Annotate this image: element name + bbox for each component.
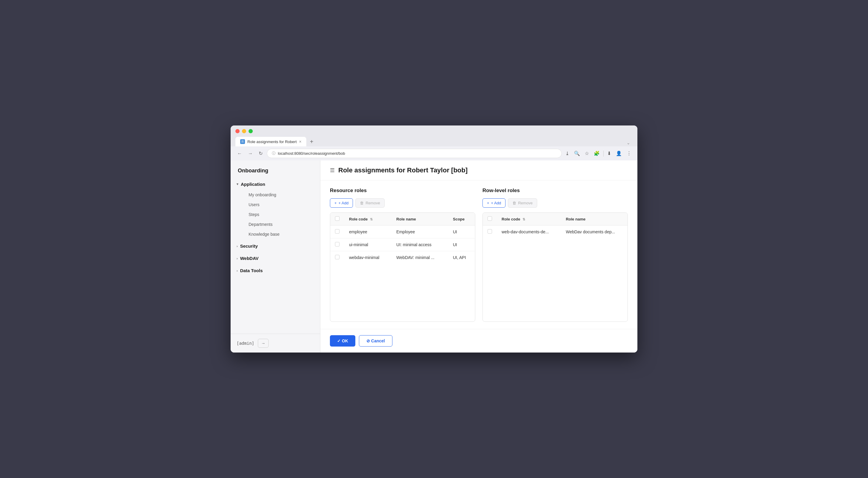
resource-roles-row-1-checkbox-cell bbox=[330, 238, 344, 251]
sidebar-item-knowledge-base[interactable]: Knowledge base bbox=[243, 230, 318, 239]
lock-icon: ⓘ bbox=[272, 151, 276, 156]
resource-roles-tbody: employee Employee UI ui-minimal UI: bbox=[330, 226, 475, 264]
trash-icon: 🗑 bbox=[360, 201, 364, 205]
resource-roles-row-2-name: WebDAV: minimal ... bbox=[392, 251, 448, 264]
row-level-roles-header-row: Role code ⇅ Role name bbox=[483, 213, 627, 226]
add-icon: + bbox=[334, 201, 337, 205]
resource-roles-row-0-code: employee bbox=[344, 226, 392, 238]
rl-row-0-checkbox[interactable] bbox=[488, 229, 492, 234]
resource-roles-row-2: webdav-minimal WebDAV: minimal ... UI, A… bbox=[330, 251, 475, 264]
resource-roles-title: Resource roles bbox=[330, 187, 475, 194]
row-level-roles-row-0-checkbox-cell bbox=[483, 226, 497, 238]
resource-roles-row-0-checkbox-cell bbox=[330, 226, 344, 238]
page-header: ☰ Role assignments for Robert Taylor [bo… bbox=[320, 161, 638, 180]
sidebar-section-webdav: › WebDAV bbox=[230, 253, 320, 264]
page-title: Role assignments for Robert Taylor [bob] bbox=[338, 166, 467, 174]
resource-roles-header-row: Role code ⇅ Role name Scope bbox=[330, 213, 475, 226]
resource-roles-add-button[interactable]: + + Add bbox=[330, 198, 353, 208]
chevron-right-icon: › bbox=[237, 244, 238, 248]
resource-roles-table-wrapper: Role code ⇅ Role name Scope bbox=[330, 212, 475, 322]
row-1-checkbox[interactable] bbox=[335, 242, 339, 246]
sidebar-section-header-data-tools[interactable]: › Data Tools bbox=[230, 265, 320, 276]
sidebar-section-application: ▾ Application My onboarding Users Steps … bbox=[230, 179, 320, 239]
sidebar: Onboarding ▾ Application My onboarding U… bbox=[230, 161, 320, 352]
resource-roles-remove-button[interactable]: 🗑 Remove bbox=[355, 198, 384, 208]
sidebar-item-my-onboarding[interactable]: My onboarding bbox=[243, 190, 318, 200]
address-bar[interactable]: ⓘ localhost:8080/sec/roleassignment/bob bbox=[267, 149, 562, 158]
sidebar-item-departments[interactable]: Departments bbox=[243, 219, 318, 229]
resource-roles-row-2-scope: UI, API bbox=[448, 251, 475, 264]
resource-roles-panel: Resource roles + + Add 🗑 Remove bbox=[330, 187, 475, 322]
add-icon-2: + bbox=[487, 201, 489, 205]
row-level-roles-remove-button[interactable]: 🗑 Remove bbox=[508, 198, 537, 208]
toolbar-actions: ⤓ 🔍 ☆ 🧩 ⬇ 👤 ⋮ bbox=[564, 149, 632, 158]
reload-button[interactable]: ↻ bbox=[257, 149, 265, 158]
bookmark-icon[interactable]: ☆ bbox=[584, 149, 590, 158]
resource-roles-row-1-code: ui-minimal bbox=[344, 238, 392, 251]
resource-roles-actions: + + Add 🗑 Remove bbox=[330, 198, 475, 208]
resource-roles-row-0-scope: UI bbox=[448, 226, 475, 238]
row-level-roles-tbody: web-dav-documents-de... WebDav documents… bbox=[483, 226, 627, 238]
tab-close-button[interactable]: × bbox=[299, 139, 302, 144]
chevron-right-icon-3: › bbox=[237, 269, 238, 272]
resource-roles-row-2-checkbox-cell bbox=[330, 251, 344, 264]
sidebar-section-header-webdav[interactable]: › WebDAV bbox=[230, 253, 320, 264]
zoom-icon[interactable]: 🔍 bbox=[573, 149, 581, 158]
row-level-roles-actions: + + Add 🗑 Remove bbox=[483, 198, 628, 208]
rl-select-all-checkbox[interactable] bbox=[488, 216, 492, 221]
tab-favicon: R bbox=[240, 139, 245, 144]
resource-roles-row-0: employee Employee UI bbox=[330, 226, 475, 238]
sidebar-item-steps[interactable]: Steps bbox=[243, 210, 318, 219]
row-2-checkbox[interactable] bbox=[335, 255, 339, 259]
sidebar-item-users[interactable]: Users bbox=[243, 200, 318, 209]
select-all-checkbox[interactable] bbox=[335, 216, 339, 221]
row-level-roles-col-role-code[interactable]: Role code ⇅ bbox=[497, 213, 561, 226]
tab-bar: R Role assignments for Robert × + ⌄ bbox=[236, 137, 632, 146]
browser-tab[interactable]: R Role assignments for Robert × bbox=[236, 137, 306, 146]
download-page-icon[interactable]: ⤓ bbox=[564, 149, 570, 158]
sidebar-footer: [admin] → bbox=[230, 334, 320, 352]
browser-toolbar: ← → ↻ ⓘ localhost:8080/sec/roleassignmen… bbox=[230, 146, 638, 161]
logout-button[interactable]: → bbox=[258, 339, 269, 348]
sidebar-section-label-security: Security bbox=[240, 243, 258, 248]
sidebar-section-label-data-tools: Data Tools bbox=[240, 268, 263, 273]
row-level-roles-row-0: web-dav-documents-de... WebDav documents… bbox=[483, 226, 627, 238]
sidebar-sub-items-application: My onboarding Users Steps Departments Kn… bbox=[230, 190, 320, 239]
row-level-roles-select-all-col bbox=[483, 213, 497, 226]
footer-actions: ✓ OK ⊘ Cancel bbox=[320, 329, 638, 352]
row-0-checkbox[interactable] bbox=[335, 229, 339, 234]
cancel-button[interactable]: ⊘ Cancel bbox=[359, 335, 393, 347]
back-button[interactable]: ← bbox=[236, 150, 244, 158]
close-dot[interactable] bbox=[236, 129, 240, 133]
resource-roles-col-role-code[interactable]: Role code ⇅ bbox=[344, 213, 392, 226]
profile-icon[interactable]: 👤 bbox=[615, 149, 623, 158]
resource-roles-row-1-scope: UI bbox=[448, 238, 475, 251]
save-icon[interactable]: ⬇ bbox=[606, 149, 612, 158]
extension-icon[interactable]: 🧩 bbox=[592, 149, 601, 158]
forward-button[interactable]: → bbox=[246, 150, 254, 158]
sort-icon: ⇅ bbox=[370, 217, 373, 221]
sidebar-section-header-security[interactable]: › Security bbox=[230, 240, 320, 251]
resource-roles-row-2-code: webdav-minimal bbox=[344, 251, 392, 264]
sidebar-title: Onboarding bbox=[230, 161, 320, 179]
sidebar-section-label-webdav: WebDAV bbox=[240, 256, 259, 261]
row-level-roles-title: Row-level roles bbox=[483, 187, 628, 194]
tab-expand-icon[interactable]: ⌄ bbox=[624, 139, 632, 146]
logout-icon: → bbox=[261, 341, 265, 346]
menu-icon[interactable]: ☰ bbox=[330, 167, 335, 174]
row-level-roles-add-button[interactable]: + + Add bbox=[483, 198, 505, 208]
row-level-roles-row-0-code: web-dav-documents-de... bbox=[497, 226, 561, 238]
roles-container: Resource roles + + Add 🗑 Remove bbox=[320, 180, 638, 329]
new-tab-button[interactable]: + bbox=[308, 137, 316, 146]
resource-roles-col-scope: Scope bbox=[448, 213, 475, 226]
divider bbox=[603, 150, 603, 157]
minimize-dot[interactable] bbox=[242, 129, 246, 133]
url-text: localhost:8080/sec/roleassignment/bob bbox=[278, 151, 345, 156]
maximize-dot[interactable] bbox=[249, 129, 253, 133]
ok-button[interactable]: ✓ OK bbox=[330, 335, 355, 347]
sidebar-section-header-application[interactable]: ▾ Application bbox=[230, 179, 320, 190]
resource-roles-row-1-name: UI: minimal access bbox=[392, 238, 448, 251]
rl-sort-icon: ⇅ bbox=[523, 217, 525, 221]
more-icon[interactable]: ⋮ bbox=[625, 149, 632, 158]
tab-title: Role assignments for Robert bbox=[247, 139, 297, 144]
